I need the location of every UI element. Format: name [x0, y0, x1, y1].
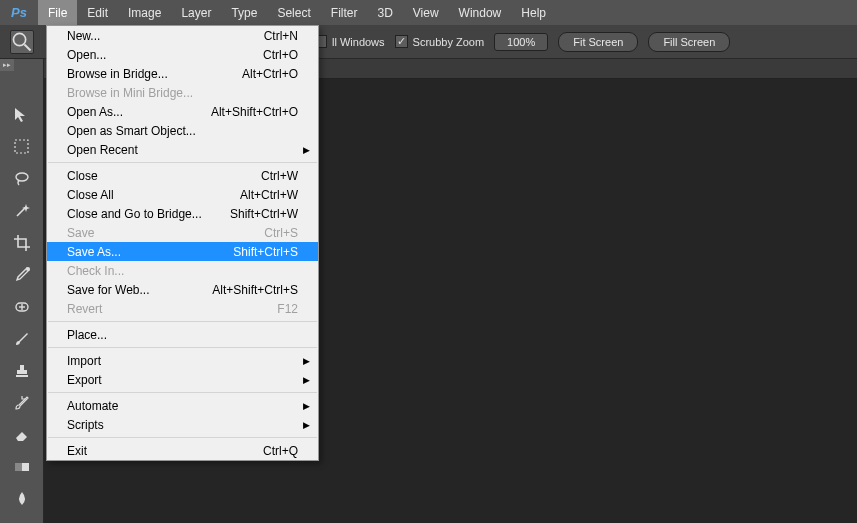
menu-item-save: SaveCtrl+S — [47, 223, 318, 242]
menubar: Ps FileEditImageLayerTypeSelectFilter3DV… — [0, 0, 857, 25]
svg-rect-2 — [15, 140, 28, 153]
menu-filter[interactable]: Filter — [321, 0, 368, 25]
history-brush-tool[interactable] — [10, 391, 34, 415]
menu-item-label: Revert — [67, 302, 102, 316]
menu-item-label: Save for Web... — [67, 283, 149, 297]
eraser-tool[interactable] — [10, 423, 34, 447]
menu-item-label: Exit — [67, 444, 87, 458]
menu-separator — [48, 392, 317, 393]
menu-item-label: Save As... — [67, 245, 121, 259]
submenu-arrow-icon: ▶ — [303, 420, 310, 430]
crop-tool[interactable] — [10, 231, 34, 255]
menu-item-label: Close and Go to Bridge... — [67, 207, 202, 221]
menu-view[interactable]: View — [403, 0, 449, 25]
menu-item-exit[interactable]: ExitCtrl+Q — [47, 441, 318, 460]
eyedropper-tool[interactable] — [10, 263, 34, 287]
menu-shortcut: F12 — [277, 302, 298, 316]
menu-item-label: Open Recent — [67, 143, 138, 157]
menu-item-automate[interactable]: Automate▶ — [47, 396, 318, 415]
tool-preset-button[interactable] — [10, 30, 34, 54]
submenu-arrow-icon: ▶ — [303, 375, 310, 385]
scrubby-zoom-checkbox[interactable]: ✓ Scrubby Zoom — [395, 35, 485, 48]
menu-type[interactable]: Type — [221, 0, 267, 25]
menu-layer[interactable]: Layer — [171, 0, 221, 25]
svg-line-1 — [24, 44, 30, 50]
menu-item-import[interactable]: Import▶ — [47, 351, 318, 370]
menu-item-label: Automate — [67, 399, 118, 413]
menu-select[interactable]: Select — [267, 0, 320, 25]
menu-item-label: Browse in Bridge... — [67, 67, 168, 81]
menu-window[interactable]: Window — [449, 0, 512, 25]
menu-item-open-as-smart-object[interactable]: Open as Smart Object... — [47, 121, 318, 140]
menu-item-label: Close — [67, 169, 98, 183]
menu-item-export[interactable]: Export▶ — [47, 370, 318, 389]
menu-item-label: Check In... — [67, 264, 124, 278]
fill-screen-button[interactable]: Fill Screen — [648, 32, 730, 52]
menu-item-save-for-web[interactable]: Save for Web...Alt+Shift+Ctrl+S — [47, 280, 318, 299]
menu-shortcut: Alt+Ctrl+W — [240, 188, 298, 202]
healing-brush-tool[interactable] — [10, 295, 34, 319]
toolbox-expand-icon[interactable]: ▸▸ — [0, 59, 14, 71]
menu-item-label: Place... — [67, 328, 107, 342]
menu-item-check-in: Check In... — [47, 261, 318, 280]
menu-item-label: Open... — [67, 48, 106, 62]
brush-tool[interactable] — [10, 327, 34, 351]
menu-shortcut: Ctrl+N — [264, 29, 298, 43]
menu-item-close[interactable]: CloseCtrl+W — [47, 166, 318, 185]
menu-item-close-all[interactable]: Close AllAlt+Ctrl+W — [47, 185, 318, 204]
menu-item-label: Close All — [67, 188, 114, 202]
menu-item-save-as[interactable]: Save As...Shift+Ctrl+S — [47, 242, 318, 261]
zoom-icon — [11, 31, 33, 53]
move-tool[interactable] — [10, 103, 34, 127]
menu-shortcut: Ctrl+Q — [263, 444, 298, 458]
menu-item-label: Browse in Mini Bridge... — [67, 86, 193, 100]
menu-file[interactable]: File — [38, 0, 77, 25]
menu-image[interactable]: Image — [118, 0, 171, 25]
svg-rect-11 — [15, 463, 22, 471]
menu-item-label: Open As... — [67, 105, 123, 119]
menu-separator — [48, 437, 317, 438]
menu-item-open[interactable]: Open...Ctrl+O — [47, 45, 318, 64]
magic-wand-tool[interactable] — [10, 199, 34, 223]
lasso-tool[interactable] — [10, 167, 34, 191]
menu-3d[interactable]: 3D — [367, 0, 402, 25]
menu-shortcut: Alt+Shift+Ctrl+S — [212, 283, 298, 297]
menu-item-label: Open as Smart Object... — [67, 124, 196, 138]
stamp-tool[interactable] — [10, 359, 34, 383]
menu-item-scripts[interactable]: Scripts▶ — [47, 415, 318, 434]
menu-item-revert: RevertF12 — [47, 299, 318, 318]
menu-item-close-and-go-to-bridge[interactable]: Close and Go to Bridge...Shift+Ctrl+W — [47, 204, 318, 223]
menu-edit[interactable]: Edit — [77, 0, 118, 25]
menu-separator — [48, 321, 317, 322]
blur-tool[interactable] — [10, 487, 34, 511]
svg-point-5 — [26, 267, 30, 271]
menu-item-open-recent[interactable]: Open Recent▶ — [47, 140, 318, 159]
menu-shortcut: Ctrl+W — [261, 169, 298, 183]
menu-shortcut: Alt+Ctrl+O — [242, 67, 298, 81]
app-logo: Ps — [8, 4, 30, 22]
menu-item-label: Scripts — [67, 418, 104, 432]
fit-screen-button[interactable]: Fit Screen — [558, 32, 638, 52]
zoom-percent-input[interactable]: 100% — [494, 33, 548, 51]
svg-rect-9 — [16, 375, 28, 377]
menu-shortcut: Shift+Ctrl+S — [233, 245, 298, 259]
menu-item-label: Export — [67, 373, 102, 387]
gradient-tool[interactable] — [10, 455, 34, 479]
menu-shortcut: Alt+Shift+Ctrl+O — [211, 105, 298, 119]
menu-item-open-as[interactable]: Open As...Alt+Shift+Ctrl+O — [47, 102, 318, 121]
menu-shortcut: Ctrl+O — [263, 48, 298, 62]
submenu-arrow-icon: ▶ — [303, 145, 310, 155]
zoom-all-windows-checkbox[interactable]: ll Windows — [314, 35, 385, 48]
menu-item-label: New... — [67, 29, 100, 43]
file-menu-dropdown: New...Ctrl+NOpen...Ctrl+OBrowse in Bridg… — [46, 25, 319, 461]
menu-shortcut: Shift+Ctrl+W — [230, 207, 298, 221]
menu-item-browse-in-bridge[interactable]: Browse in Bridge...Alt+Ctrl+O — [47, 64, 318, 83]
menu-item-place[interactable]: Place... — [47, 325, 318, 344]
toolbox: ▸▸ — [0, 59, 44, 523]
checkbox-icon: ✓ — [395, 35, 408, 48]
menu-item-label: Save — [67, 226, 94, 240]
checkbox-label: Scrubby Zoom — [413, 36, 485, 48]
menu-item-new[interactable]: New...Ctrl+N — [47, 26, 318, 45]
marquee-tool[interactable] — [10, 135, 34, 159]
menu-help[interactable]: Help — [511, 0, 556, 25]
